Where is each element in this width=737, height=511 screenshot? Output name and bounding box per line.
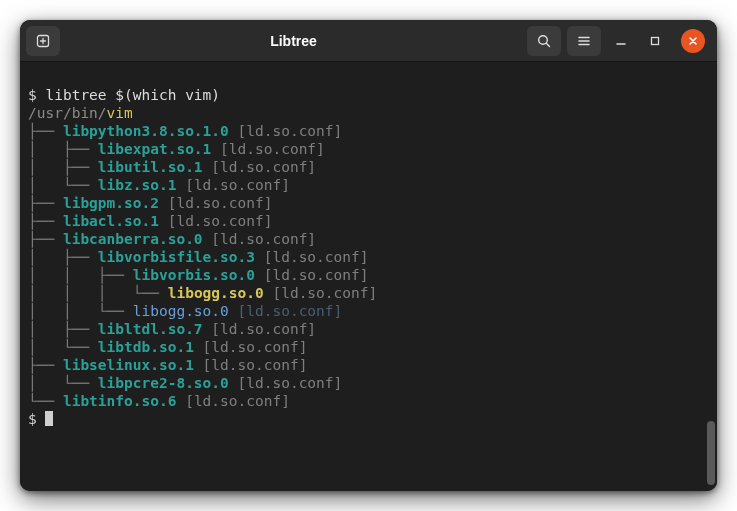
close-button[interactable] [681,29,705,53]
window-title: Libtree [66,33,521,49]
conf-tag: [ld.so.conf] [264,285,378,301]
lib-name: libpcre2-8.so.0 [98,375,229,391]
tree-lines: ├── libpython3.8.so.1.0 [ld.so.conf] │ ├… [28,123,377,409]
lib-name: libtdb.so.1 [98,339,194,355]
maximize-icon [649,35,661,47]
lib-name: libtinfo.so.6 [63,393,177,409]
conf-tag: [ld.so.conf] [194,357,308,373]
lib-name: libz.so.1 [98,177,177,193]
hamburger-icon [576,33,592,49]
tree-prefix: │ ├── [28,159,98,175]
cursor [45,411,53,426]
scrollbar[interactable] [707,421,715,485]
lib-name: libselinux.so.1 [63,357,194,373]
tree-prefix: │ ├── [28,321,98,337]
lib-name: libvorbisfile.so.3 [98,249,255,265]
close-icon [688,36,698,46]
conf-tag: [ld.so.conf] [203,321,317,337]
tree-prefix: └── [28,393,63,409]
conf-tag: [ld.so.conf] [203,159,317,175]
lib-name: libogg.so.0 [133,303,229,319]
conf-tag: [ld.so.conf] [229,303,343,319]
conf-tag: [ld.so.conf] [159,213,273,229]
root-path: /usr/bin/ [28,105,107,121]
conf-tag: [ld.so.conf] [255,267,369,283]
new-tab-button[interactable] [26,26,60,56]
lib-name: libltdl.so.7 [98,321,203,337]
lib-name: libutil.so.1 [98,159,203,175]
terminal-window: Libtree [20,20,717,491]
new-tab-icon [35,33,51,49]
conf-tag: [ld.so.conf] [159,195,273,211]
conf-tag: [ld.so.conf] [255,249,369,265]
lib-name: libpython3.8.so.1.0 [63,123,229,139]
lib-name: libacl.so.1 [63,213,159,229]
terminal-output[interactable]: $ libtree $(which vim) /usr/bin/vim ├── … [20,62,717,491]
svg-rect-2 [652,37,659,44]
prompt: $ [28,87,45,103]
lib-name: libvorbis.so.0 [133,267,255,283]
maximize-button[interactable] [641,27,669,55]
tree-prefix: │ ├── [28,249,98,265]
lib-name: libgpm.so.2 [63,195,159,211]
search-button[interactable] [527,26,561,56]
tree-prefix: │ └── [28,375,98,391]
conf-tag: [ld.so.conf] [176,177,290,193]
titlebar: Libtree [20,20,717,62]
lib-name: libcanberra.so.0 [63,231,203,247]
tree-prefix: │ │ ├── [28,267,133,283]
conf-tag: [ld.so.conf] [211,141,325,157]
conf-tag: [ld.so.conf] [194,339,308,355]
conf-tag: [ld.so.conf] [176,393,290,409]
tree-prefix: │ │ └── [28,303,133,319]
conf-tag: [ld.so.conf] [229,375,343,391]
tree-prefix: │ └── [28,177,98,193]
tree-prefix: ├── [28,357,63,373]
tree-prefix: ├── [28,195,63,211]
tree-prefix: ├── [28,213,63,229]
search-icon [536,33,552,49]
conf-tag: [ld.so.conf] [229,123,343,139]
tree-prefix: ├── [28,231,63,247]
tree-prefix: │ └── [28,339,98,355]
lib-name: libogg.so.0 [168,285,264,301]
minimize-button[interactable] [607,27,635,55]
tree-prefix: │ ├── [28,141,98,157]
root-target: vim [107,105,133,121]
tree-prefix: │ │ │ └── [28,285,168,301]
minimize-icon [615,35,627,47]
tree-prefix: ├── [28,123,63,139]
command: libtree $(which vim) [45,87,220,103]
conf-tag: [ld.so.conf] [203,231,317,247]
prompt-2: $ [28,411,45,427]
lib-name: libexpat.so.1 [98,141,212,157]
menu-button[interactable] [567,26,601,56]
